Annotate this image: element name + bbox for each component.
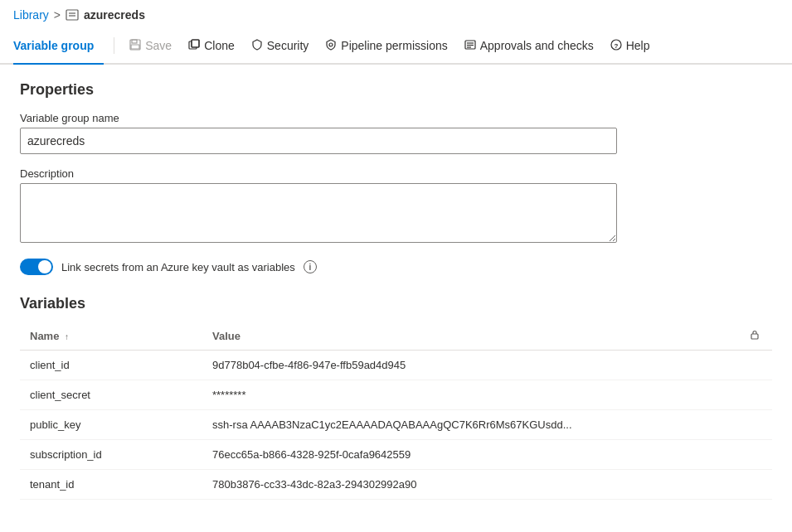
description-textarea[interactable]: [20, 183, 617, 243]
var-name[interactable]: public_key: [20, 410, 202, 440]
table-header-row: Name ↑ Value: [20, 322, 772, 351]
var-lock: [739, 470, 772, 500]
var-lock: [739, 380, 772, 410]
description-field-group: Description: [20, 167, 772, 245]
svg-rect-0: [66, 10, 78, 20]
svg-rect-16: [751, 334, 758, 339]
toggle-row: Link secrets from an Azure key vault as …: [20, 259, 772, 275]
var-name[interactable]: client_secret: [20, 380, 202, 410]
approvals-icon: [464, 39, 476, 53]
var-value: ssh-rsa AAAAB3NzaC1yc2EAAAADAQABAAAgQC7K…: [202, 410, 739, 440]
name-label: Variable group name: [20, 112, 772, 124]
security-label: Security: [267, 39, 309, 52]
var-name[interactable]: subscription_id: [20, 440, 202, 470]
var-lock: [739, 351, 772, 380]
clone-icon: [188, 39, 200, 53]
toggle-thumb: [38, 260, 51, 273]
var-value: 9d778b04-cfbe-4f86-947e-ffb59ad4d945: [202, 351, 739, 380]
var-value: 780b3876-cc33-43dc-82a3-294302992a90: [202, 470, 739, 500]
var-name[interactable]: client_id: [20, 351, 202, 380]
breadcrumb-current: azurecreds: [84, 8, 145, 22]
help-label: Help: [626, 39, 650, 52]
breadcrumb-library-link[interactable]: Library: [13, 8, 49, 22]
variables-title: Variables: [20, 295, 772, 312]
approvals-label: Approvals and checks: [480, 39, 594, 52]
tab-variable-group-label: Variable group: [13, 39, 94, 52]
col-header-lock: [739, 322, 772, 351]
sort-icon[interactable]: ↑: [65, 332, 69, 341]
table-row: client_id 9d778b04-cfbe-4f86-947e-ffb59a…: [20, 351, 772, 380]
toolbar: Variable group Save Clone Securi: [0, 28, 792, 65]
toolbar-divider-1: [114, 37, 114, 54]
breadcrumb: Library > azurecreds: [0, 0, 792, 28]
table-row: client_secret ********: [20, 380, 772, 410]
col-header-name: Name ↑: [20, 322, 202, 351]
variable-group-icon: [66, 8, 79, 22]
key-vault-toggle[interactable]: [20, 259, 53, 275]
var-value: 76ecc65a-b866-4328-925f-0cafa9642559: [202, 440, 739, 470]
svg-point-9: [329, 43, 333, 46]
security-icon: [251, 39, 263, 53]
security-button[interactable]: Security: [243, 34, 318, 58]
name-field-group: Variable group name: [20, 112, 772, 154]
approvals-button[interactable]: Approvals and checks: [456, 34, 602, 58]
save-label: Save: [145, 39, 172, 52]
toggle-label: Link secrets from an Azure key vault as …: [61, 261, 295, 273]
svg-rect-4: [132, 40, 137, 43]
var-lock: [739, 440, 772, 470]
variables-table: Name ↑ Value client_id 9d778b04-cfbe-4f8…: [20, 322, 772, 500]
var-name[interactable]: tenant_id: [20, 470, 202, 500]
pipeline-permissions-button[interactable]: Pipeline permissions: [317, 34, 455, 58]
svg-rect-5: [131, 45, 139, 49]
table-row: subscription_id 76ecc65a-b866-4328-925f-…: [20, 440, 772, 470]
help-icon: ?: [610, 39, 622, 53]
pipeline-icon: [325, 39, 337, 53]
toggle-track: [20, 259, 53, 275]
var-lock: [739, 410, 772, 440]
table-row: public_key ssh-rsa AAAAB3NzaC1yc2EAAAADA…: [20, 410, 772, 440]
help-button[interactable]: ? Help: [602, 34, 658, 58]
col-header-value: Value: [202, 322, 739, 351]
info-icon[interactable]: i: [304, 260, 317, 273]
name-input[interactable]: [20, 128, 617, 154]
clone-label: Clone: [204, 39, 235, 52]
svg-rect-7: [192, 40, 199, 47]
clone-button[interactable]: Clone: [180, 34, 243, 58]
save-icon: [129, 39, 141, 53]
breadcrumb-separator: >: [54, 8, 61, 22]
pipeline-permissions-label: Pipeline permissions: [341, 39, 447, 52]
description-label: Description: [20, 167, 772, 180]
save-button[interactable]: Save: [121, 34, 180, 58]
properties-title: Properties: [20, 81, 772, 99]
svg-text:?: ?: [614, 41, 618, 49]
main-content: Properties Variable group name Descripti…: [0, 65, 792, 516]
table-row: tenant_id 780b3876-cc33-43dc-82a3-294302…: [20, 470, 772, 500]
tab-variable-group[interactable]: Variable group: [13, 28, 104, 65]
var-value: ********: [202, 380, 739, 410]
